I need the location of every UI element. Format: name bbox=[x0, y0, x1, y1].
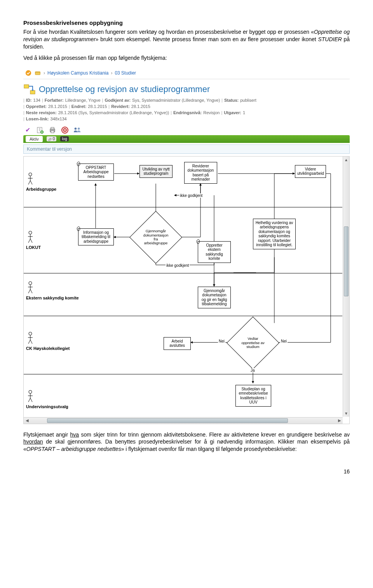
target-icon[interactable] bbox=[61, 126, 69, 134]
node-helhetlig[interactable]: Helhetlig vurdering av arbeidsgruppens d… bbox=[253, 219, 296, 249]
scroll-up-icon[interactable]: ▲ bbox=[343, 157, 349, 163]
node-gjennomgar-ekstern[interactable]: Gjennomgår dokumetasjon og gir en faglig… bbox=[198, 287, 231, 308]
page-heading: Prosessbeskrivelsenes oppbygning bbox=[23, 19, 350, 26]
person-icon bbox=[26, 172, 35, 185]
svg-point-17 bbox=[29, 332, 32, 335]
scroll-down-icon[interactable]: ▼ bbox=[343, 410, 349, 417]
scroll-left-icon[interactable]: ◀ bbox=[24, 418, 30, 424]
vertical-scrollbar[interactable]: ▲ ▼ bbox=[343, 157, 349, 417]
node-arbeid-avsluttes[interactable]: Arbeid avsluttes bbox=[164, 337, 191, 350]
lane-label-uuv: Undervisningsutvalg bbox=[26, 390, 68, 409]
horizontal-scrollbar[interactable]: ◀ ▶ bbox=[24, 417, 343, 424]
edit-icon[interactable] bbox=[36, 126, 44, 134]
person-icon bbox=[26, 390, 35, 403]
node-oppretter-komite[interactable]: Oppretter ekstern sakkyndig komite bbox=[198, 241, 231, 263]
print-icon[interactable] bbox=[48, 126, 57, 134]
edge-ikke-godkjent-2: ikke godkjent bbox=[166, 263, 190, 268]
version-comment-box[interactable]: Kommentar til versjon bbox=[23, 144, 350, 154]
person-icon bbox=[26, 230, 35, 244]
checkmark-icon[interactable]: ✔ bbox=[23, 126, 32, 134]
breadcrumb-link-folder[interactable]: 03 Studier bbox=[115, 70, 136, 76]
svg-point-12 bbox=[75, 127, 77, 130]
node-utvikling[interactable]: Utvikling av nytt studieprogram bbox=[139, 165, 173, 178]
person-icon bbox=[26, 281, 35, 294]
edge-ja: Ja bbox=[250, 368, 256, 372]
scroll-right-icon[interactable]: ▶ bbox=[336, 418, 343, 424]
scroll-thumb-h[interactable] bbox=[47, 418, 288, 423]
flow-viewport: Arbeidsgruppe LOKUT Ekstern sakkyndig ko… bbox=[23, 156, 350, 424]
node-oppstart[interactable]: OPPSTART Arbeidsgruppe nedsettes bbox=[78, 164, 114, 181]
breadcrumb-link-org[interactable]: Høyskolen Campus Kristiania bbox=[47, 70, 108, 76]
app-logo-icon bbox=[25, 70, 32, 77]
scroll-thumb-v[interactable] bbox=[344, 226, 349, 296]
svg-rect-3 bbox=[30, 90, 35, 94]
node-videre[interactable]: Videre utviklingsarbeid bbox=[295, 165, 326, 178]
node-gjennomgar-lokut[interactable]: Gjennomgår dokumentasjon fra arbeidsgrup… bbox=[129, 211, 182, 264]
meta-row-1: |ID:134 |Forfatter: Lilledrange, Yngve |… bbox=[23, 97, 350, 103]
paperclip-icon bbox=[48, 137, 52, 141]
lane-label-arbeidsgruppe: Arbeidsgruppe bbox=[26, 172, 56, 191]
node-studieplan[interactable]: Studieplan og emnebeskrivelse kvalitetss… bbox=[235, 385, 271, 407]
inbox-icon[interactable] bbox=[34, 70, 41, 77]
svg-rect-7 bbox=[51, 127, 54, 129]
meta-row-2: |Opprettet: 28.1.2015 |Endret: 28.1.2015… bbox=[23, 103, 350, 110]
svg-rect-1 bbox=[35, 71, 40, 75]
svg-point-11 bbox=[64, 129, 66, 130]
person-icon bbox=[26, 331, 35, 344]
meta-row-4: |Losen-link: 348x134 bbox=[23, 116, 350, 122]
link-icon bbox=[76, 161, 81, 167]
flowchart-canvas[interactable]: Arbeidsgruppe LOKUT Ekstern sakkyndig ko… bbox=[24, 157, 342, 417]
meta-row-3: |Neste revisjon: 28.1.2016 (Sys, Systema… bbox=[23, 110, 350, 116]
attachment-count-chip[interactable]: 0 bbox=[47, 136, 57, 141]
lane-label-lokut: LOKUT bbox=[26, 230, 41, 250]
breadcrumb: › Høyskolen Campus Kristiania › 03 Studi… bbox=[23, 67, 350, 79]
svg-point-14 bbox=[29, 173, 32, 176]
toolbar: ✔ bbox=[23, 122, 350, 135]
process-icon bbox=[23, 83, 36, 96]
node-vedtar[interactable]: Vedtar opprettelse av studium bbox=[227, 317, 279, 369]
svg-point-15 bbox=[29, 231, 32, 234]
users-icon[interactable] bbox=[73, 126, 82, 134]
svg-point-0 bbox=[26, 70, 31, 75]
link-icon bbox=[195, 239, 201, 244]
log-chip[interactable]: log bbox=[60, 136, 68, 141]
link-icon bbox=[76, 226, 81, 231]
tab-bar: Aktiv 0 log bbox=[23, 135, 350, 143]
intro-para-2: Ved å klikke på prosessen får man opp fø… bbox=[23, 54, 350, 62]
edge-nei-left: Nei bbox=[218, 339, 225, 343]
edge-nei-right: Nei bbox=[280, 339, 288, 343]
node-reviderer[interactable]: Reviderer dokumentasjon basert på merkna… bbox=[184, 162, 217, 184]
svg-rect-2 bbox=[24, 85, 29, 88]
edge-ikke-godkjent-1: ikke godkjent bbox=[179, 193, 203, 198]
node-informasjon[interactable]: Informasjon og tilbakemelding til arbeid… bbox=[78, 228, 114, 246]
svg-point-18 bbox=[29, 390, 32, 393]
tab-active[interactable]: Aktiv bbox=[26, 136, 43, 142]
lane-label-ekstern: Ekstern sakkyndig komite bbox=[26, 281, 79, 300]
outro-para: Flytskjemaet angir hva som skjer trinn f… bbox=[23, 431, 350, 453]
svg-point-13 bbox=[78, 127, 80, 130]
svg-rect-8 bbox=[51, 131, 54, 133]
svg-point-16 bbox=[29, 282, 32, 285]
intro-para-1: For å vise hvordan Kvalitetslosen funger… bbox=[23, 28, 350, 50]
screenshot-region: › Høyskolen Campus Kristiania › 03 Studi… bbox=[23, 67, 350, 424]
lane-label-kollegiet: CK Høyskolekollegiet bbox=[26, 331, 70, 351]
chevron-right-icon: › bbox=[111, 70, 112, 76]
page-number: 16 bbox=[23, 468, 350, 475]
process-title: Opprettelse og revisjon av studieprogram… bbox=[39, 84, 210, 94]
chevron-right-icon: › bbox=[44, 70, 45, 76]
